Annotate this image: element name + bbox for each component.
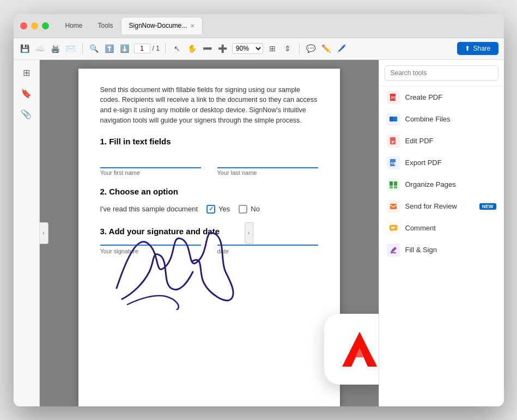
section3: 3. Add your signature and date — [100, 227, 318, 254]
signature-area: Your signature date — [100, 245, 318, 254]
svg-rect-11 — [390, 186, 393, 188]
no-label: No — [251, 205, 260, 213]
highlight-icon[interactable]: ✏️ — [320, 42, 332, 54]
svg-rect-14 — [390, 225, 397, 230]
tool-edit-pdf[interactable]: Edit PDF — [379, 130, 504, 152]
tab-home[interactable]: Home — [58, 17, 90, 34]
tools-list: PDF Create PDF Combine Files — [379, 87, 504, 261]
upload-icon[interactable]: ☁️ — [34, 42, 46, 54]
fill-sign-icon — [387, 244, 400, 257]
main-area: ⊞ 🔖 📎 ‹ › Send this document with fillab… — [14, 60, 504, 406]
option-yes[interactable]: Yes — [206, 205, 230, 214]
nav-bar: Home Tools SignNow-Docume... ✕ — [58, 17, 497, 34]
title-bar: Home Tools SignNow-Docume... ✕ — [14, 14, 504, 38]
right-panel: PDF Create PDF Combine Files — [379, 60, 504, 406]
svg-text:PDF: PDF — [391, 96, 398, 100]
print-icon[interactable]: 🖨️ — [50, 42, 62, 54]
sign-icon[interactable]: 🖊️ — [336, 42, 348, 54]
svg-rect-2 — [390, 117, 393, 121]
toolbar: 💾 ☁️ 🖨️ ✉️ 🔍 ⬆️ ⬇️ / 1 ↖ ✋ ➖ ➕ 90% 75% 1… — [14, 38, 504, 60]
save-icon[interactable]: 💾 — [19, 42, 31, 54]
date-line[interactable] — [217, 245, 318, 246]
close-button[interactable] — [20, 22, 27, 29]
fill-sign-label: Fill & Sign — [405, 246, 437, 254]
last-name-input[interactable] — [217, 155, 318, 168]
tab-tools[interactable]: Tools — [90, 17, 121, 34]
pdf-page: Send this document with fillable fields … — [78, 69, 340, 406]
divider-1 — [82, 43, 83, 54]
tool-comment[interactable]: Comment — [379, 217, 504, 239]
maximize-button[interactable] — [42, 22, 49, 29]
organize-pages-label: Organize Pages — [405, 180, 456, 188]
tool-organize-pages[interactable]: Organize Pages — [379, 174, 504, 196]
edit-pdf-icon — [387, 135, 400, 148]
svg-rect-10 — [394, 181, 397, 186]
prev-page-icon[interactable]: ⬆️ — [104, 42, 115, 54]
section2-title: 2. Choose an option — [100, 187, 318, 196]
tool-create-pdf[interactable]: PDF Create PDF — [379, 87, 504, 108]
fit-page-icon[interactable]: ⊞ — [266, 42, 278, 54]
zoom-out-btn[interactable]: ➖ — [202, 42, 214, 54]
comment-tool-icon — [387, 222, 400, 235]
zoom-in-btn[interactable]: ➕ — [217, 42, 229, 54]
search-tools-input[interactable] — [385, 65, 498, 81]
next-page-icon[interactable]: ⬇️ — [119, 42, 131, 54]
send-for-review-icon — [387, 200, 400, 213]
page-number-input[interactable] — [134, 44, 150, 53]
sidebar-bookmark-icon[interactable]: 🔖 — [19, 86, 34, 101]
combine-files-icon — [387, 113, 400, 126]
signature-drawing — [84, 201, 258, 310]
edit-pdf-label: Edit PDF — [405, 137, 434, 145]
pan-icon[interactable]: ✋ — [186, 42, 198, 54]
sidebar-pages-icon[interactable]: ⊞ — [19, 65, 34, 81]
tab-signnow[interactable]: SignNow-Docume... ✕ — [121, 17, 203, 34]
signature-field: Your signature — [100, 245, 201, 254]
browser-window: Home Tools SignNow-Docume... ✕ 💾 ☁️ 🖨️ ✉… — [14, 14, 504, 406]
organize-pages-icon — [387, 178, 400, 191]
send-for-review-label: Send for Review — [405, 202, 457, 210]
svg-rect-13 — [390, 204, 397, 209]
zoom-out-icon[interactable]: 🔍 — [88, 42, 100, 54]
tool-export-pdf[interactable]: PDF Export PDF — [379, 152, 504, 174]
email-icon[interactable]: ✉️ — [65, 42, 77, 54]
option-no[interactable]: No — [239, 205, 260, 214]
scroll-icon[interactable]: ⇕ — [282, 42, 294, 54]
pdf-body-text: Send this document with fillable fields … — [100, 85, 318, 126]
sig-line[interactable] — [100, 245, 201, 246]
new-badge: NEW — [479, 203, 496, 210]
export-pdf-icon: PDF — [387, 156, 400, 169]
checkbox-yes[interactable] — [206, 205, 215, 214]
tool-fill-sign[interactable]: Fill & Sign — [379, 239, 504, 261]
export-pdf-label: Export PDF — [405, 159, 442, 167]
zoom-control[interactable]: 90% 75% 100% 125% — [232, 43, 263, 54]
first-name-input[interactable] — [100, 155, 201, 168]
date-label: date — [217, 248, 318, 254]
create-pdf-label: Create PDF — [405, 93, 443, 101]
option-prompt: I've read this sample document — [100, 205, 198, 213]
checkbox-no[interactable] — [239, 205, 247, 214]
comment-label: Comment — [405, 224, 436, 232]
tool-send-for-review[interactable]: Send for Review NEW — [379, 196, 504, 217]
close-tab-icon[interactable]: ✕ — [190, 23, 194, 29]
divider-2 — [165, 43, 166, 54]
traffic-lights — [20, 22, 49, 29]
minimize-button[interactable] — [31, 22, 38, 29]
create-pdf-icon: PDF — [387, 91, 400, 104]
search-tools — [379, 60, 504, 87]
pdf-area: ‹ › Send this document with fillable fie… — [40, 60, 379, 406]
sidebar-attachment-icon[interactable]: 📎 — [19, 107, 34, 122]
date-field: date — [217, 245, 318, 254]
collapse-left-btn[interactable]: ‹ — [40, 222, 48, 244]
svg-rect-12 — [394, 186, 397, 188]
text-fields-row: Your first name Your last name — [100, 155, 318, 176]
comment-icon[interactable]: 💬 — [305, 42, 317, 54]
svg-rect-4 — [390, 137, 396, 144]
section2: 2. Choose an option I've read this sampl… — [100, 187, 318, 214]
tool-combine-files[interactable]: Combine Files — [379, 108, 504, 130]
last-name-field: Your last name — [217, 155, 318, 176]
cursor-icon[interactable]: ↖ — [171, 42, 183, 54]
share-button[interactable]: ⬆ Share — [457, 42, 498, 55]
collapse-right-btn[interactable]: › — [245, 222, 253, 244]
zoom-select[interactable]: 90% 75% 100% 125% — [232, 43, 263, 54]
first-name-field: Your first name — [100, 155, 201, 176]
